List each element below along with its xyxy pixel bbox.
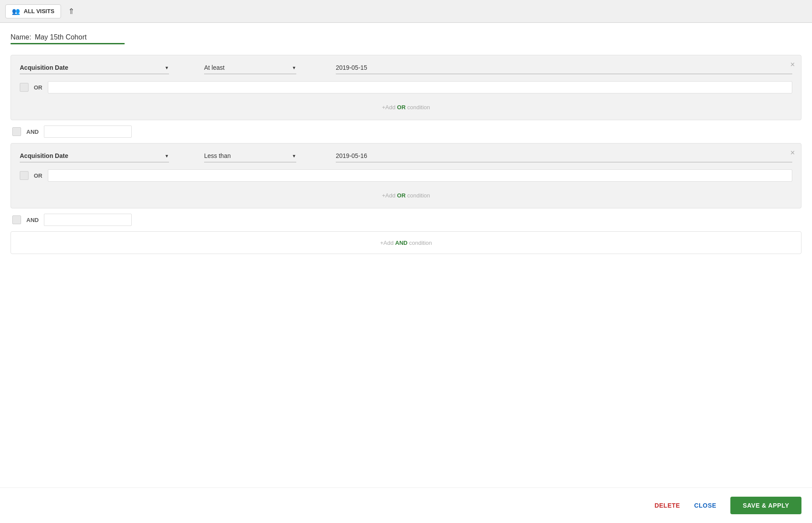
condition-2-or-row: OR [20, 169, 792, 182]
condition-1-or-checkbox[interactable] [20, 83, 29, 92]
add-and-button[interactable]: +Add AND condition [380, 240, 432, 246]
and-2-checkbox[interactable] [12, 215, 21, 224]
footer: DELETE CLOSE SAVE & APPLY [0, 487, 812, 523]
collapse-icon: ⇑ [68, 7, 75, 16]
condition-2-field-label: Acquisition Date [20, 152, 68, 159]
condition-2-add-or-row: +Add OR condition [20, 187, 792, 201]
condition-1-field-wrapper: Acquisition Date ▼ [20, 64, 178, 74]
condition-1-operator-arrow: ▼ [292, 65, 296, 70]
condition-1-close-button[interactable]: × [790, 61, 795, 68]
condition-block-2: × Acquisition Date ▼ Less than ▼ OR [11, 143, 801, 208]
condition-2-or-input[interactable] [48, 169, 793, 182]
and-1-input[interactable] [44, 125, 132, 138]
condition-2-add-or-highlight: OR [397, 192, 406, 199]
condition-2-close-button[interactable]: × [790, 149, 795, 157]
condition-2-or-label: OR [34, 172, 43, 179]
add-and-suffix: condition [407, 240, 432, 246]
add-and-highlight: AND [395, 240, 407, 246]
condition-2-operator-select[interactable]: Less than ▼ [204, 152, 296, 162]
add-and-block: +Add AND condition [11, 231, 801, 254]
name-underline [11, 43, 125, 44]
name-label: Name: [11, 33, 31, 41]
condition-2-or-checkbox[interactable] [20, 171, 29, 180]
condition-2-operator-wrapper: Less than ▼ [204, 152, 309, 162]
condition-1-or-input[interactable] [48, 81, 793, 93]
top-bar: 👥 ALL VISITS ⇑ [0, 0, 812, 23]
condition-1-add-or-suffix: condition [406, 104, 430, 111]
condition-1-field-label: Acquisition Date [20, 64, 68, 71]
name-input[interactable] [35, 33, 122, 41]
and-1-checkbox[interactable] [12, 127, 21, 136]
condition-2-row: Acquisition Date ▼ Less than ▼ [20, 152, 792, 162]
close-button[interactable]: CLOSE [694, 502, 716, 509]
condition-1-operator-select[interactable]: At least ▼ [204, 64, 296, 74]
condition-1-add-or-row: +Add OR condition [20, 99, 792, 113]
and-2-label: AND [26, 217, 39, 223]
name-row: Name: [11, 33, 801, 41]
collapse-button[interactable]: ⇑ [65, 5, 78, 18]
and-connector-1: AND [11, 120, 801, 143]
condition-2-value-input[interactable] [336, 152, 792, 162]
condition-1-value-input[interactable] [336, 64, 792, 74]
condition-2-field-select[interactable]: Acquisition Date ▼ [20, 152, 169, 162]
condition-2-add-or-button[interactable]: +Add OR condition [382, 192, 430, 199]
condition-2-operator-label: Less than [204, 152, 231, 159]
people-icon: 👥 [12, 7, 20, 15]
condition-2-field-arrow: ▼ [165, 154, 169, 158]
condition-1-field-select[interactable]: Acquisition Date ▼ [20, 64, 169, 74]
condition-block-1: × Acquisition Date ▼ At least ▼ OR [11, 55, 801, 120]
main-content: Name: × Acquisition Date ▼ At least ▼ [0, 23, 812, 487]
condition-1-add-or-highlight: OR [397, 104, 406, 111]
condition-1-field-arrow: ▼ [165, 65, 169, 70]
condition-2-value-wrapper [336, 152, 792, 162]
all-visits-button[interactable]: 👥 ALL VISITS [5, 4, 61, 18]
condition-1-add-or-button[interactable]: +Add OR condition [382, 104, 430, 111]
condition-1-row: Acquisition Date ▼ At least ▼ [20, 64, 792, 74]
condition-2-operator-arrow: ▼ [292, 154, 296, 158]
condition-2-field-wrapper: Acquisition Date ▼ [20, 152, 178, 162]
condition-1-or-row: OR [20, 81, 792, 93]
condition-1-operator-label: At least [204, 64, 225, 71]
condition-1-operator-wrapper: At least ▼ [204, 64, 309, 74]
condition-2-add-or-suffix: condition [406, 192, 430, 199]
condition-1-value-wrapper [336, 64, 792, 74]
and-2-input[interactable] [44, 214, 132, 226]
save-apply-button[interactable]: SAVE & APPLY [730, 497, 801, 514]
and-connector-2: AND [11, 208, 801, 231]
add-and-prefix: +Add [380, 240, 395, 246]
condition-1-or-label: OR [34, 84, 43, 91]
and-1-label: AND [26, 129, 39, 135]
all-visits-label: ALL VISITS [24, 8, 54, 14]
condition-2-add-or-prefix: +Add [382, 192, 397, 199]
condition-1-add-or-prefix: +Add [382, 104, 397, 111]
delete-button[interactable]: DELETE [654, 502, 680, 509]
